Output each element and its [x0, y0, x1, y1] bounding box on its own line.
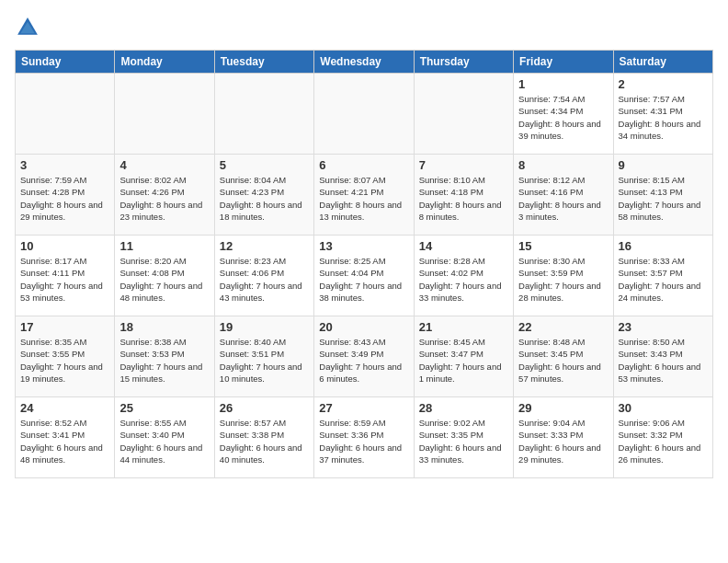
- day-number: 9: [619, 158, 708, 172]
- day-info: Sunrise: 8:12 AM Sunset: 4:16 PM Dayligh…: [518, 174, 608, 223]
- calendar-cell: 28Sunrise: 9:02 AM Sunset: 3:35 PM Dayli…: [414, 397, 513, 478]
- day-number: 27: [319, 401, 408, 415]
- day-number: 21: [419, 320, 508, 334]
- day-info: Sunrise: 8:33 AM Sunset: 3:57 PM Dayligh…: [619, 255, 708, 304]
- day-number: 16: [619, 239, 708, 253]
- day-number: 7: [419, 158, 508, 172]
- calendar-cell: 10Sunrise: 8:17 AM Sunset: 4:11 PM Dayli…: [16, 236, 115, 316]
- day-header-sunday: Sunday: [16, 51, 115, 74]
- day-header-friday: Friday: [514, 51, 613, 74]
- calendar-cell: 13Sunrise: 8:25 AM Sunset: 4:04 PM Dayli…: [314, 236, 414, 316]
- calendar-cell: 17Sunrise: 8:35 AM Sunset: 3:55 PM Dayli…: [16, 316, 115, 397]
- day-header-thursday: Thursday: [414, 51, 513, 74]
- day-number: 14: [419, 239, 508, 253]
- day-info: Sunrise: 7:54 AM Sunset: 4:34 PM Dayligh…: [518, 93, 608, 142]
- calendar-cell: 29Sunrise: 9:04 AM Sunset: 3:33 PM Dayli…: [514, 397, 613, 478]
- day-info: Sunrise: 9:02 AM Sunset: 3:35 PM Dayligh…: [419, 417, 508, 465]
- calendar-cell: [214, 74, 313, 155]
- day-number: 20: [319, 320, 408, 334]
- week-row-4: 17Sunrise: 8:35 AM Sunset: 3:55 PM Dayli…: [16, 316, 713, 397]
- day-number: 28: [419, 401, 508, 415]
- calendar-cell: 30Sunrise: 9:06 AM Sunset: 3:32 PM Dayli…: [613, 397, 712, 478]
- logo-icon: [15, 15, 40, 40]
- day-info: Sunrise: 8:48 AM Sunset: 3:45 PM Dayligh…: [518, 336, 608, 385]
- day-number: 24: [20, 401, 109, 415]
- calendar-cell: [414, 74, 513, 155]
- page-header: [15, 15, 713, 40]
- day-number: 13: [319, 239, 408, 253]
- calendar-cell: 3Sunrise: 7:59 AM Sunset: 4:28 PM Daylig…: [16, 155, 115, 236]
- day-number: 15: [518, 239, 608, 253]
- calendar-body: 1Sunrise: 7:54 AM Sunset: 4:34 PM Daylig…: [16, 74, 713, 478]
- day-info: Sunrise: 8:17 AM Sunset: 4:11 PM Dayligh…: [20, 255, 109, 304]
- calendar-cell: 21Sunrise: 8:45 AM Sunset: 3:47 PM Dayli…: [414, 316, 513, 397]
- day-info: Sunrise: 8:20 AM Sunset: 4:08 PM Dayligh…: [119, 255, 209, 304]
- calendar-cell: 15Sunrise: 8:30 AM Sunset: 3:59 PM Dayli…: [514, 236, 613, 316]
- day-info: Sunrise: 8:38 AM Sunset: 3:53 PM Dayligh…: [119, 336, 209, 385]
- week-row-5: 24Sunrise: 8:52 AM Sunset: 3:41 PM Dayli…: [16, 397, 713, 478]
- day-header-saturday: Saturday: [613, 51, 712, 74]
- calendar-cell: 1Sunrise: 7:54 AM Sunset: 4:34 PM Daylig…: [514, 74, 613, 155]
- day-number: 26: [220, 401, 309, 415]
- day-number: 3: [20, 158, 109, 172]
- day-info: Sunrise: 9:04 AM Sunset: 3:33 PM Dayligh…: [518, 417, 608, 465]
- calendar-cell: 18Sunrise: 8:38 AM Sunset: 3:53 PM Dayli…: [115, 316, 214, 397]
- day-number: 30: [619, 401, 708, 415]
- day-info: Sunrise: 8:30 AM Sunset: 3:59 PM Dayligh…: [518, 255, 608, 304]
- calendar-cell: 27Sunrise: 8:59 AM Sunset: 3:36 PM Dayli…: [314, 397, 414, 478]
- calendar-cell: 4Sunrise: 8:02 AM Sunset: 4:26 PM Daylig…: [115, 155, 214, 236]
- day-info: Sunrise: 8:02 AM Sunset: 4:26 PM Dayligh…: [119, 174, 209, 223]
- day-number: 10: [20, 239, 109, 253]
- day-info: Sunrise: 8:45 AM Sunset: 3:47 PM Dayligh…: [419, 336, 508, 385]
- calendar-cell: 5Sunrise: 8:04 AM Sunset: 4:23 PM Daylig…: [214, 155, 313, 236]
- day-info: Sunrise: 8:52 AM Sunset: 3:41 PM Dayligh…: [20, 417, 109, 465]
- day-info: Sunrise: 8:28 AM Sunset: 4:02 PM Dayligh…: [419, 255, 508, 304]
- calendar-cell: 25Sunrise: 8:55 AM Sunset: 3:40 PM Dayli…: [115, 397, 214, 478]
- calendar-cell: [115, 74, 214, 155]
- day-header-tuesday: Tuesday: [214, 51, 313, 74]
- day-header-wednesday: Wednesday: [314, 51, 414, 74]
- calendar-cell: 12Sunrise: 8:23 AM Sunset: 4:06 PM Dayli…: [214, 236, 313, 316]
- day-number: 22: [518, 320, 608, 334]
- calendar-cell: [314, 74, 414, 155]
- calendar-cell: 19Sunrise: 8:40 AM Sunset: 3:51 PM Dayli…: [214, 316, 313, 397]
- day-info: Sunrise: 8:35 AM Sunset: 3:55 PM Dayligh…: [20, 336, 109, 385]
- calendar-cell: 26Sunrise: 8:57 AM Sunset: 3:38 PM Dayli…: [214, 397, 313, 478]
- day-info: Sunrise: 8:25 AM Sunset: 4:04 PM Dayligh…: [319, 255, 408, 304]
- calendar-cell: 9Sunrise: 8:15 AM Sunset: 4:13 PM Daylig…: [613, 155, 712, 236]
- calendar-cell: 6Sunrise: 8:07 AM Sunset: 4:21 PM Daylig…: [314, 155, 414, 236]
- day-number: 19: [220, 320, 309, 334]
- day-info: Sunrise: 8:57 AM Sunset: 3:38 PM Dayligh…: [220, 417, 309, 465]
- calendar-cell: 23Sunrise: 8:50 AM Sunset: 3:43 PM Dayli…: [613, 316, 712, 397]
- day-number: 17: [20, 320, 109, 334]
- day-info: Sunrise: 7:57 AM Sunset: 4:31 PM Dayligh…: [619, 93, 708, 142]
- day-info: Sunrise: 8:55 AM Sunset: 3:40 PM Dayligh…: [119, 417, 209, 465]
- day-info: Sunrise: 8:04 AM Sunset: 4:23 PM Dayligh…: [220, 174, 309, 223]
- calendar-cell: 11Sunrise: 8:20 AM Sunset: 4:08 PM Dayli…: [115, 236, 214, 316]
- day-info: Sunrise: 8:59 AM Sunset: 3:36 PM Dayligh…: [319, 417, 408, 465]
- calendar-header-row: SundayMondayTuesdayWednesdayThursdayFrid…: [16, 51, 713, 74]
- day-info: Sunrise: 8:50 AM Sunset: 3:43 PM Dayligh…: [619, 336, 708, 385]
- day-number: 29: [518, 401, 608, 415]
- day-number: 12: [220, 239, 309, 253]
- day-number: 5: [220, 158, 309, 172]
- calendar-cell: [16, 74, 115, 155]
- day-number: 8: [518, 158, 608, 172]
- day-number: 4: [119, 158, 209, 172]
- week-row-3: 10Sunrise: 8:17 AM Sunset: 4:11 PM Dayli…: [16, 236, 713, 316]
- day-info: Sunrise: 8:10 AM Sunset: 4:18 PM Dayligh…: [419, 174, 508, 223]
- calendar-cell: 14Sunrise: 8:28 AM Sunset: 4:02 PM Dayli…: [414, 236, 513, 316]
- day-number: 25: [119, 401, 209, 415]
- calendar-cell: 8Sunrise: 8:12 AM Sunset: 4:16 PM Daylig…: [514, 155, 613, 236]
- day-number: 23: [619, 320, 708, 334]
- week-row-2: 3Sunrise: 7:59 AM Sunset: 4:28 PM Daylig…: [16, 155, 713, 236]
- day-number: 11: [119, 239, 209, 253]
- day-info: Sunrise: 9:06 AM Sunset: 3:32 PM Dayligh…: [619, 417, 708, 465]
- calendar-cell: 24Sunrise: 8:52 AM Sunset: 3:41 PM Dayli…: [16, 397, 115, 478]
- day-info: Sunrise: 8:15 AM Sunset: 4:13 PM Dayligh…: [619, 174, 708, 223]
- day-info: Sunrise: 8:40 AM Sunset: 3:51 PM Dayligh…: [220, 336, 309, 385]
- calendar-cell: 2Sunrise: 7:57 AM Sunset: 4:31 PM Daylig…: [613, 74, 712, 155]
- day-number: 6: [319, 158, 408, 172]
- week-row-1: 1Sunrise: 7:54 AM Sunset: 4:34 PM Daylig…: [16, 74, 713, 155]
- day-header-monday: Monday: [115, 51, 214, 74]
